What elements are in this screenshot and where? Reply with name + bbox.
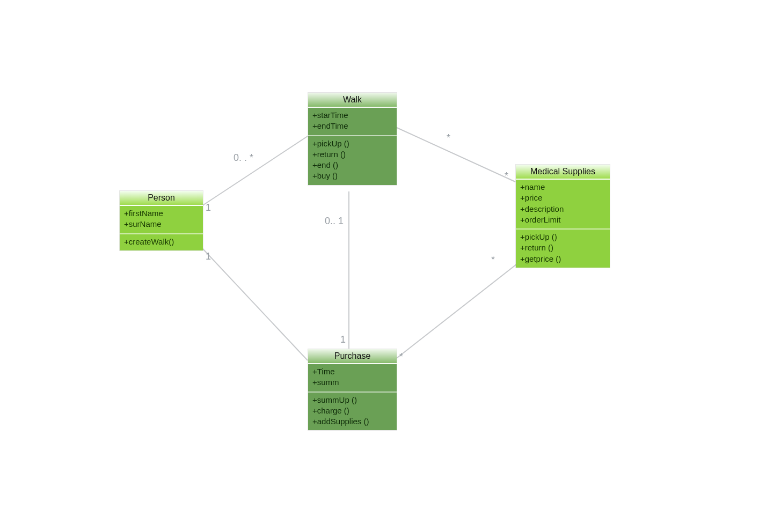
label-walk-medical-medical: * xyxy=(505,171,508,182)
class-medical-title: Medical Supplies xyxy=(516,165,610,180)
class-walk-attributes: +starTime +endTime xyxy=(308,108,397,136)
class-person[interactable]: Person +firstName +surName +createWalk() xyxy=(119,190,203,251)
edge-person-walk xyxy=(202,136,308,206)
class-medical-supplies[interactable]: Medical Supplies +name +price +descripti… xyxy=(515,164,610,268)
attr: +summ xyxy=(312,377,392,388)
class-person-operations: +createWalk() xyxy=(120,234,203,250)
op: +return () xyxy=(520,242,605,253)
op: +createWalk() xyxy=(124,237,199,247)
label-purchase-medical-medical: * xyxy=(491,254,495,265)
class-purchase-title: Purchase xyxy=(308,349,397,364)
op: +return () xyxy=(312,149,392,160)
diagram-canvas: Person +firstName +surName +createWalk()… xyxy=(0,0,759,532)
attr: +endTime xyxy=(312,121,392,131)
op: +buy () xyxy=(312,171,392,181)
attr: +surName xyxy=(124,219,199,230)
attr: +Time xyxy=(312,366,392,377)
attr: +description xyxy=(520,204,605,215)
class-walk-operations: +pickUp () +return () +end () +buy () xyxy=(308,136,397,185)
class-purchase-operations: +summUp () +charge () +addSupplies () xyxy=(308,393,397,431)
op: +pickUp () xyxy=(520,232,605,242)
label-person-walk-walk: 0. . * xyxy=(233,152,253,164)
class-medical-attributes: +name +price +description +orderLimit xyxy=(516,180,610,230)
op: +pickUp () xyxy=(312,138,392,149)
op: +end () xyxy=(312,160,392,171)
class-person-title: Person xyxy=(120,191,203,206)
class-person-attributes: +firstName +surName xyxy=(120,206,203,234)
attr: +orderLimit xyxy=(520,215,605,225)
edges-layer xyxy=(0,0,759,532)
class-purchase[interactable]: Purchase +Time +summ +summUp () +charge … xyxy=(308,349,397,431)
label-walk-purchase-walk: 0.. 1 xyxy=(325,216,344,227)
class-walk-title: Walk xyxy=(308,93,397,108)
class-walk[interactable]: Walk +starTime +endTime +pickUp () +retu… xyxy=(308,92,397,186)
attr: +price xyxy=(520,193,605,203)
edge-purchase-medical xyxy=(395,264,516,360)
label-walk-purchase-purchase: 1 xyxy=(340,334,346,345)
label-person-walk-person: 1 xyxy=(206,202,211,213)
op: +addSupplies () xyxy=(312,416,392,427)
label-person-purchase-person: 1 xyxy=(206,251,211,262)
class-medical-operations: +pickUp () +return () +getprice () xyxy=(516,230,610,268)
label-walk-medical-walk: * xyxy=(447,132,450,144)
edge-walk-medical xyxy=(396,127,515,182)
attr: +name xyxy=(520,182,605,193)
op: +getprice () xyxy=(520,254,605,264)
label-purchase-medical-purchase: * xyxy=(399,351,403,363)
class-purchase-attributes: +Time +summ xyxy=(308,364,397,393)
op: +summUp () xyxy=(312,395,392,405)
attr: +starTime xyxy=(312,110,392,121)
attr: +firstName xyxy=(124,208,199,219)
edge-person-purchase xyxy=(202,248,308,360)
op: +charge () xyxy=(312,405,392,416)
